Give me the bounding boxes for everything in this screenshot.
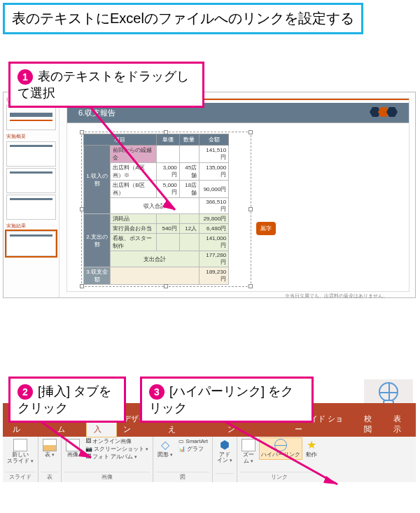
chart-button[interactable]: 📊 グラフ	[177, 446, 209, 454]
group-label-illustrations: 図	[156, 472, 209, 481]
cell[interactable]	[156, 234, 179, 251]
cell[interactable]	[156, 214, 179, 224]
slide-thumbnail-panel: 現在のセクション 実施概要 実施結果	[4, 92, 59, 297]
cell-selected-carryover[interactable]: 前回からの繰越金	[111, 146, 156, 163]
slide-thumb-1[interactable]	[6, 105, 56, 130]
slide-canvas[interactable]: 6.収支報告 項目 単価 数量 金額 1.収入の部 前回からの繰越金	[66, 98, 410, 292]
cell[interactable]	[156, 146, 179, 163]
shapes-button[interactable]: ◇図形	[156, 438, 174, 458]
powerpoint-slide-area: 現在のセクション 実施概要 実施結果 6.収支報告 項目 単価 数量 金	[3, 92, 416, 298]
group-images: 画像 🖼 オンライン画像 📷 スクリーンショット 🖼 フォト アルバム 画像	[62, 437, 153, 482]
table-button[interactable]: 表	[41, 438, 58, 459]
cell[interactable]: 90,000円	[200, 181, 229, 198]
cell-subtotal[interactable]: 支出合計	[111, 251, 200, 267]
cell[interactable]: 189,230円	[200, 267, 229, 285]
smartart-button[interactable]: ▭ SmartArt	[177, 438, 209, 446]
badge-surplus: 黒字	[256, 222, 276, 235]
table-icon	[43, 439, 57, 451]
group-links: ズー ム ハイパーリンク ★動作 リンク	[237, 437, 321, 482]
cell[interactable]: 18店舗	[179, 181, 199, 198]
callout-3-number: 3	[149, 384, 164, 400]
cell[interactable]	[111, 267, 200, 285]
slide-thumb-3[interactable]	[6, 168, 56, 193]
addins-icon: ⬢	[217, 439, 232, 451]
hyperlink-button[interactable]: ハイパーリンク	[260, 438, 302, 459]
th-qty: 数量	[179, 134, 199, 146]
row-group-expense: 2.支出の部	[84, 214, 111, 267]
table-selection-frame[interactable]: 項目 単価 数量 金額 1.収入の部 前回からの繰越金 141,510円 出店料…	[81, 132, 251, 287]
cell[interactable]: 135,000円	[200, 163, 229, 181]
callout-3-text: [ハイパーリンク] をクリック	[149, 384, 293, 415]
cell[interactable]: 540円	[156, 224, 179, 234]
action-button[interactable]: ★動作	[304, 438, 318, 458]
callout-3: 3 [ハイパーリンク] をクリック	[140, 377, 314, 423]
cell[interactable]: 12人	[179, 224, 199, 234]
new-slide-icon	[13, 439, 27, 451]
cell[interactable]: 177,280円	[200, 251, 229, 267]
th-unit: 単価	[156, 134, 179, 146]
cell[interactable]: 141,510円	[200, 146, 229, 163]
zoom-icon	[241, 439, 255, 451]
th-amount: 金額	[200, 134, 229, 146]
cell[interactable]: 実行員会お弁当	[111, 224, 156, 234]
tab-view[interactable]: 表示	[386, 412, 416, 437]
cell[interactable]: 看板、ポスター制作	[111, 234, 156, 251]
callout-2-number: 2	[18, 384, 33, 400]
cell[interactable]: 消耗品	[111, 214, 156, 224]
tab-review[interactable]: 校閲	[357, 412, 386, 437]
screenshot-button[interactable]: 📷 スクリーンショット	[84, 446, 150, 454]
picture-icon	[66, 439, 80, 451]
group-tables: 表 表	[38, 437, 62, 482]
row-group-income: 1.収入の部	[84, 146, 111, 214]
online-pictures-button[interactable]: 🖼 オンライン画像	[84, 438, 150, 446]
group-label-tables: 表	[41, 472, 58, 481]
finance-table[interactable]: 項目 単価 数量 金額 1.収入の部 前回からの繰越金 141,510円 出店料…	[83, 134, 229, 285]
zoom-button[interactable]: ズー ム	[240, 438, 257, 465]
globe-icon	[274, 439, 287, 451]
group-addins: ⬢アド イン	[213, 437, 237, 482]
globe-icon	[379, 382, 398, 402]
callout-2: 2 [挿入] タブをクリック	[8, 377, 126, 423]
cell[interactable]	[179, 234, 199, 251]
cell[interactable]	[179, 214, 199, 224]
table-row[interactable]: 1.収入の部 前回からの繰越金 141,510円	[84, 146, 229, 163]
ribbon-body: 新しい スライド スライド 表 表 画像 🖼 オンライン画像 📷 スクリーンショ…	[3, 437, 416, 482]
cell[interactable]: 141,000円	[200, 234, 229, 251]
new-slide-button[interactable]: 新しい スライド	[6, 438, 35, 465]
picture-button[interactable]: 画像	[64, 438, 81, 459]
lesson-title: 表のテキストにExcelのファイルへのリンクを設定する	[3, 3, 363, 34]
table-row[interactable]: 2.支出の部 消耗品 29,800円	[84, 214, 229, 224]
cell[interactable]: 出店料（A区画）※	[111, 163, 156, 181]
group-slides: 新しい スライド スライド	[3, 437, 38, 482]
slide-title: 6.収支報告	[78, 108, 115, 118]
cell[interactable]: 366,510円	[200, 198, 229, 214]
cell[interactable]: 出店料（B区画）	[111, 181, 156, 198]
table-row[interactable]: 3.収支金額 189,230円	[84, 267, 229, 285]
shapes-icon: ◇	[158, 439, 173, 451]
section-label-outline: 実施概要	[6, 133, 56, 140]
group-label-images: 画像	[64, 472, 150, 481]
action-icon: ★	[306, 439, 317, 451]
cell[interactable]: 45店舗	[179, 163, 199, 181]
cell[interactable]	[179, 146, 199, 163]
cell[interactable]: 29,800円	[200, 214, 229, 224]
callout-1-text: 表のテキストをドラッグして選択	[18, 69, 189, 100]
addins-button[interactable]: ⬢アド イン	[216, 438, 234, 465]
section-label-result: 実施結果	[6, 223, 56, 230]
table-header-row: 項目 単価 数量 金額	[84, 134, 229, 146]
slide-footnote: ※当日欠席でも、出店料の返金はありません。	[88, 293, 388, 300]
cell[interactable]: 5,000円	[156, 181, 179, 198]
slide-thumb-5[interactable]	[6, 231, 56, 256]
th-item: 項目	[84, 134, 157, 146]
hex-icons	[370, 107, 398, 118]
slide-thumb-2[interactable]	[6, 141, 56, 167]
slide-divider	[67, 122, 409, 123]
callout-1: 1 表のテキストをドラッグして選択	[8, 62, 204, 108]
group-label-links: リンク	[240, 472, 318, 481]
group-label-addins	[216, 473, 234, 481]
slide-thumb-4[interactable]	[6, 195, 56, 220]
cell[interactable]: 3,000円	[156, 163, 179, 181]
cell[interactable]: 6,480円	[200, 224, 229, 234]
photo-album-button[interactable]: 🖼 フォト アルバム	[84, 454, 150, 461]
cell-subtotal[interactable]: 収入合計	[111, 198, 200, 214]
